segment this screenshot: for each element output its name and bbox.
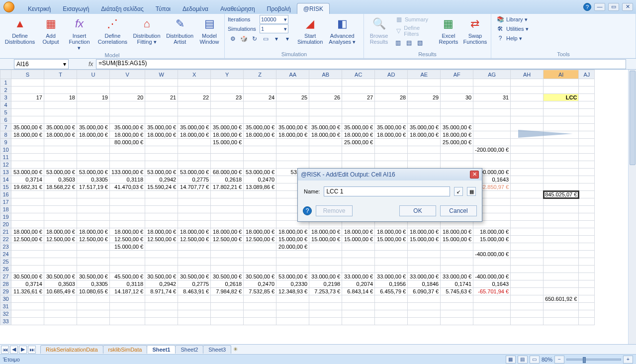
browse-results-button[interactable]: 🔍BrowseResults bbox=[367, 15, 391, 46]
cell-S25[interactable] bbox=[11, 258, 44, 266]
cell-AC25[interactable] bbox=[342, 258, 375, 266]
cell-AE27[interactable]: 33.000,00 € bbox=[408, 273, 441, 280]
cell-AJ31[interactable] bbox=[579, 303, 595, 310]
cell-AG3[interactable]: 31 bbox=[473, 94, 511, 101]
cell-T30[interactable] bbox=[44, 295, 77, 303]
cell-X17[interactable] bbox=[178, 198, 211, 206]
row-header-5[interactable]: 5 bbox=[0, 109, 11, 116]
cell-AD4[interactable] bbox=[375, 101, 408, 109]
cell-T19[interactable] bbox=[44, 213, 77, 221]
cell-Z2[interactable] bbox=[244, 87, 276, 94]
view-pagelayout-button[interactable]: ▤ bbox=[518, 356, 528, 364]
cell-U22[interactable]: 12.500,00 € bbox=[77, 236, 110, 243]
cell-Y33[interactable] bbox=[211, 318, 244, 325]
cell-AI17[interactable] bbox=[544, 198, 579, 206]
cell-AF32[interactable] bbox=[441, 310, 473, 318]
cell-X24[interactable] bbox=[178, 251, 211, 258]
cell-Y27[interactable]: 30.500,00 € bbox=[211, 273, 244, 280]
cell-Y21[interactable]: 18.000,00 € bbox=[211, 228, 244, 236]
cell-AB6[interactable] bbox=[309, 116, 342, 124]
cell-AA32[interactable] bbox=[276, 310, 309, 318]
cell-AG6[interactable] bbox=[473, 116, 511, 124]
cell-U3[interactable]: 19 bbox=[77, 94, 110, 101]
cell-AA12[interactable] bbox=[276, 161, 309, 169]
cell-AC30[interactable] bbox=[342, 295, 375, 303]
cell-T11[interactable] bbox=[44, 154, 77, 161]
cell-U25[interactable] bbox=[77, 258, 110, 266]
cell-AI19[interactable] bbox=[544, 213, 579, 221]
cell-U6[interactable] bbox=[77, 116, 110, 124]
cell-AH9[interactable] bbox=[511, 139, 544, 146]
cell-AA31[interactable] bbox=[276, 303, 309, 310]
cell-AE6[interactable] bbox=[408, 116, 441, 124]
cell-X2[interactable] bbox=[178, 87, 211, 94]
cell-AI6[interactable] bbox=[544, 116, 579, 124]
cell-X20[interactable] bbox=[178, 221, 211, 228]
cell-AJ28[interactable] bbox=[579, 280, 595, 288]
cell-V33[interactable] bbox=[110, 318, 145, 325]
cell-AD2[interactable] bbox=[375, 87, 408, 94]
cell-U8[interactable]: 18.000,00 € bbox=[77, 131, 110, 139]
cell-V7[interactable]: 35.000,00 € bbox=[110, 124, 145, 131]
cell-U32[interactable] bbox=[77, 310, 110, 318]
sim-demo-icon[interactable]: ▾ bbox=[282, 34, 292, 44]
cell-AB1[interactable] bbox=[309, 79, 342, 87]
swap-functions-button[interactable]: ⇄SwapFunctions bbox=[462, 15, 488, 46]
cell-AB26[interactable] bbox=[309, 266, 342, 273]
cell-AH11[interactable] bbox=[511, 154, 544, 161]
cell-AE10[interactable] bbox=[408, 146, 441, 154]
cell-AJ4[interactable] bbox=[579, 101, 595, 109]
row-header-26[interactable]: 26 bbox=[0, 266, 11, 273]
help-button[interactable]: ?Help ▾ bbox=[494, 34, 531, 43]
cell-AC31[interactable] bbox=[342, 303, 375, 310]
cell-AF29[interactable]: 5.745,63 € bbox=[441, 288, 473, 295]
cell-AA6[interactable] bbox=[276, 116, 309, 124]
define-correlations-button[interactable]: ⋰DefineCorrelations bbox=[96, 15, 129, 46]
row-header-25[interactable]: 25 bbox=[0, 258, 11, 266]
cell-Y18[interactable] bbox=[211, 206, 244, 213]
cell-V1[interactable] bbox=[110, 79, 145, 87]
cell-AB3[interactable]: 26 bbox=[309, 94, 342, 101]
row-header-9[interactable]: 9 bbox=[0, 139, 11, 146]
model-window-button[interactable]: ▤ModelWindow bbox=[197, 15, 221, 46]
cell-S22[interactable]: 12.500,00 € bbox=[11, 236, 44, 243]
cell-AH7[interactable] bbox=[511, 124, 544, 131]
cell-AA4[interactable] bbox=[276, 101, 309, 109]
col-header-T[interactable]: T bbox=[44, 70, 77, 79]
cell-AB4[interactable] bbox=[309, 101, 342, 109]
cell-AD8[interactable]: 18.000,00 € bbox=[375, 131, 408, 139]
view-pagebreak-button[interactable]: ▭ bbox=[530, 356, 540, 364]
row-header-4[interactable]: 4 bbox=[0, 101, 11, 109]
cell-AF9[interactable]: 25.000,00 € bbox=[441, 139, 473, 146]
cell-AG8[interactable] bbox=[473, 131, 511, 139]
cell-W19[interactable] bbox=[145, 213, 178, 221]
cell-AH14[interactable] bbox=[511, 176, 544, 183]
cell-AF5[interactable] bbox=[441, 109, 473, 116]
cell-AF26[interactable] bbox=[441, 266, 473, 273]
sim-multi-icon[interactable]: ▾ bbox=[272, 34, 281, 44]
cell-Z25[interactable] bbox=[244, 258, 276, 266]
cell-T17[interactable] bbox=[44, 198, 77, 206]
cell-AJ21[interactable] bbox=[579, 228, 595, 236]
cell-AF10[interactable] bbox=[441, 146, 473, 154]
cell-U24[interactable] bbox=[77, 251, 110, 258]
cell-Y26[interactable] bbox=[211, 266, 244, 273]
cell-AB2[interactable] bbox=[309, 87, 342, 94]
cell-AB9[interactable] bbox=[309, 139, 342, 146]
row-header-22[interactable]: 22 bbox=[0, 236, 11, 243]
cell-AD33[interactable] bbox=[375, 318, 408, 325]
cell-AI15[interactable] bbox=[544, 183, 579, 191]
cell-W22[interactable]: 12.500,00 € bbox=[145, 236, 178, 243]
cell-W33[interactable] bbox=[145, 318, 178, 325]
cell-AG30[interactable] bbox=[473, 295, 511, 303]
row-header-33[interactable]: 33 bbox=[0, 318, 11, 325]
cell-Z13[interactable]: 53.000,00 € bbox=[244, 169, 276, 176]
cell-AB32[interactable] bbox=[309, 310, 342, 318]
cell-V17[interactable] bbox=[110, 198, 145, 206]
cell-AE26[interactable] bbox=[408, 266, 441, 273]
cell-W10[interactable] bbox=[145, 146, 178, 154]
cell-V11[interactable] bbox=[110, 154, 145, 161]
cell-AJ3[interactable] bbox=[579, 94, 595, 101]
cell-AI25[interactable] bbox=[544, 258, 579, 266]
cell-X25[interactable] bbox=[178, 258, 211, 266]
